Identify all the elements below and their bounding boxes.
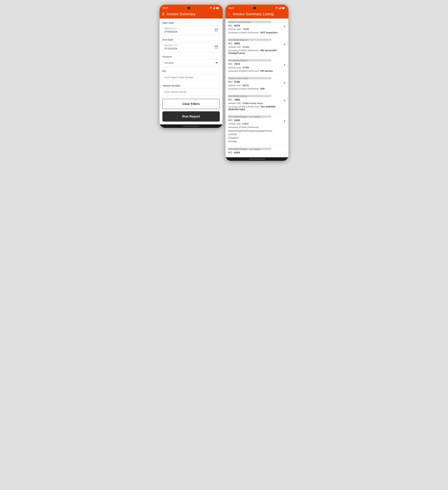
start-date-input[interactable]: MM/DD/YYYY 07/08/2024 <box>162 26 220 35</box>
expand-icon-5[interactable]: ∨ <box>283 98 286 102</box>
item-details-1: RO: 0078 Vehicle Unit: 71209 Summary of … <box>228 24 282 34</box>
account-group: Account Account <box>162 55 220 66</box>
company-name-6: Kirk Mobile Repair - Las Vegas <box>228 115 271 118</box>
item-row-2: RO: 3456 Vehicle Unit: 57209 Summary of … <box>228 42 286 54</box>
account-select[interactable]: Account <box>162 59 220 66</box>
signal-icon-right <box>279 7 281 9</box>
expand-icon-1[interactable]: ∨ <box>283 24 286 28</box>
list-item[interactable]: Kirk Mobile Repair - Las Vegas RO: 6459 <box>225 146 288 157</box>
item-ro-6: RO: 5430 <box>228 119 282 122</box>
item-row-4: RO: 6786 Vehicle Unit: 65221 Summary of … <box>228 80 286 90</box>
calendar-icon-start[interactable] <box>215 28 218 32</box>
item-row-5: RO: 7895 Vehicle Unit: 57656 bushy stays… <box>228 98 286 111</box>
svg-rect-4 <box>215 7 215 9</box>
end-date-value: 07/15/2024 <box>164 47 177 50</box>
company-name-1: Bonus Truck Services <box>228 21 271 23</box>
battery-icon-left <box>216 7 219 9</box>
item-vehicle-6: Vehicle Unit: 57657 <box>228 122 282 125</box>
company-name-2: Kirk Mobile Repair <box>228 39 271 41</box>
svg-rect-8 <box>215 29 217 31</box>
calendar-icon-end[interactable] <box>215 45 218 49</box>
svg-rect-19 <box>280 7 280 9</box>
battery-icon-right <box>282 7 285 9</box>
ro-input[interactable] <box>162 74 220 81</box>
home-indicator-right <box>225 157 288 161</box>
list-item[interactable]: Kirk Mobile Repair RO: 7895 Vehicle Unit… <box>225 93 288 113</box>
time-left: 2:17 <box>163 7 168 9</box>
form-container: Start Date MM/DD/YYYY 07/08/2024 <box>160 18 223 124</box>
right-phone: 2:17 ← Invoice Summary Listing <box>225 5 288 161</box>
item-summary-6: Summary of Work Performed: Agrjwhdhegwhe… <box>228 126 282 143</box>
svg-rect-22 <box>282 8 284 9</box>
company-name-4: Parkers Auto Glass <box>228 77 271 79</box>
svg-rect-7 <box>219 8 219 9</box>
item-ro-3: RO: 7674 <box>228 62 282 66</box>
home-bar-left <box>183 126 199 126</box>
end-date-group: End Date MM/DD/YYYY 07/15/2024 <box>162 38 220 52</box>
item-summary-3: Summary of Work Performed: PM Service <box>228 70 282 72</box>
svg-rect-23 <box>285 8 285 9</box>
list-item[interactable]: Kirk Mobile Repair - Las Vegas RO: 5430 … <box>225 113 288 146</box>
page-title-left: Invoice Summary <box>167 12 196 16</box>
status-bar-right: 2:17 <box>225 5 288 10</box>
list-item[interactable]: Bonus Truck Services RO: 0078 Vehicle Un… <box>225 18 288 36</box>
svg-rect-2 <box>214 8 214 9</box>
vehicle-label: Vehicle Number <box>162 84 220 87</box>
vehicle-input[interactable] <box>162 88 220 96</box>
expand-icon-6[interactable]: ∨ <box>283 119 286 123</box>
clear-filters-button[interactable]: Clear Filters <box>162 99 220 109</box>
vehicle-group: Vehicle Number <box>162 84 220 96</box>
listing-screen: Bonus Truck Services RO: 0078 Vehicle Un… <box>225 18 288 157</box>
ro-group: RO <box>162 70 220 81</box>
account-select-value: Account <box>164 61 174 64</box>
list-item[interactable]: Kirk Mobile Repair RO: 7674 Vehicle Unit… <box>225 57 288 75</box>
form-screen: Start Date MM/DD/YYYY 07/08/2024 <box>160 18 223 124</box>
list-item[interactable]: Kirk Mobile Repair RO: 3456 Vehicle Unit… <box>225 36 288 57</box>
status-bar-left: 2:17 <box>160 5 223 10</box>
company-name-5: Kirk Mobile Repair <box>228 95 271 97</box>
start-date-hint: MM/DD/YYYY <box>164 27 178 30</box>
run-report-button[interactable]: Run Report <box>162 111 220 122</box>
menu-icon[interactable]: ☰ <box>162 12 165 16</box>
end-date-label: End Date <box>162 38 220 41</box>
item-vehicle-1: Vehicle Unit: 71209 <box>228 28 282 31</box>
back-icon[interactable]: ← <box>228 12 231 16</box>
expand-icon-4[interactable]: ∨ <box>283 80 286 85</box>
account-chevron-icon <box>215 62 218 64</box>
company-name-7: Kirk Mobile Repair - Las Vegas <box>228 148 271 150</box>
item-summary-4: Summary of Work Performed: Gfff <box>228 88 282 90</box>
start-date-value: 07/08/2024 <box>164 30 177 33</box>
item-ro-2: RO: 3456 <box>228 42 282 45</box>
left-phone: 2:17 ☰ Invoice Summary <box>160 5 223 128</box>
item-details-7: RO: 6459 <box>228 151 286 155</box>
svg-rect-18 <box>279 8 280 9</box>
list-item[interactable]: Parkers Auto Glass RO: 6786 Vehicle Unit… <box>225 75 288 93</box>
account-label: Account <box>162 55 220 58</box>
header-right: ← Invoice Summary Listing <box>225 10 288 18</box>
item-summary-5: Summary of Work Performed: Text shdhhfhf… <box>228 105 282 111</box>
home-indicator-left <box>160 124 223 128</box>
svg-rect-12 <box>215 46 217 48</box>
end-date-hint: MM/DD/YYYY <box>164 44 178 47</box>
item-row-1: RO: 0078 Vehicle Unit: 71209 Summary of … <box>228 24 286 34</box>
item-vehicle-5: Vehicle Unit: 57656 bushy stays <box>228 102 282 105</box>
svg-rect-1 <box>213 8 213 9</box>
expand-icon-3[interactable]: ∨ <box>283 62 286 67</box>
item-row-6: RO: 5430 Vehicle Unit: 57657 Summary of … <box>228 119 286 143</box>
status-icons-right <box>275 7 285 9</box>
start-date-group: Start Date MM/DD/YYYY 07/08/2024 <box>162 21 220 35</box>
status-icons-left <box>209 7 219 9</box>
svg-rect-6 <box>216 8 218 9</box>
item-ro-4: RO: 6786 <box>228 80 282 83</box>
end-date-input[interactable]: MM/DD/YYYY 07/15/2024 <box>162 43 220 52</box>
svg-rect-3 <box>214 7 215 9</box>
company-name-3: Kirk Mobile Repair <box>228 59 271 61</box>
item-vehicle-4: Vehicle Unit: 65221 <box>228 84 282 87</box>
item-details-6: RO: 5430 Vehicle Unit: 57657 Summary of … <box>228 119 282 143</box>
expand-icon-2[interactable]: ∨ <box>283 42 286 46</box>
item-vehicle-3: Vehicle Unit: 57385 <box>228 66 282 69</box>
item-ro-5: RO: 7895 <box>228 98 282 101</box>
svg-rect-17 <box>279 8 279 9</box>
camera-notch-left <box>187 7 190 9</box>
time-right: 2:17 <box>229 7 234 9</box>
